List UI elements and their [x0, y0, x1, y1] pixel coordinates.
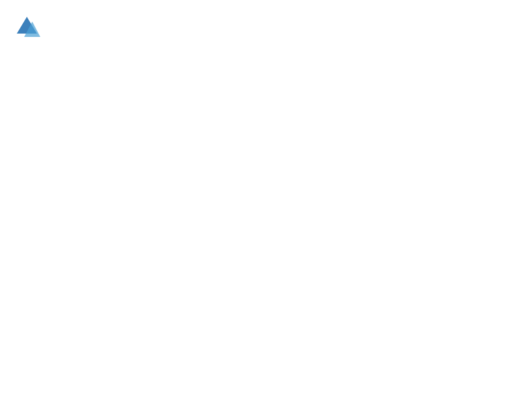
logo-icon — [13, 13, 40, 40]
header — [13, 13, 519, 40]
logo — [13, 13, 43, 40]
